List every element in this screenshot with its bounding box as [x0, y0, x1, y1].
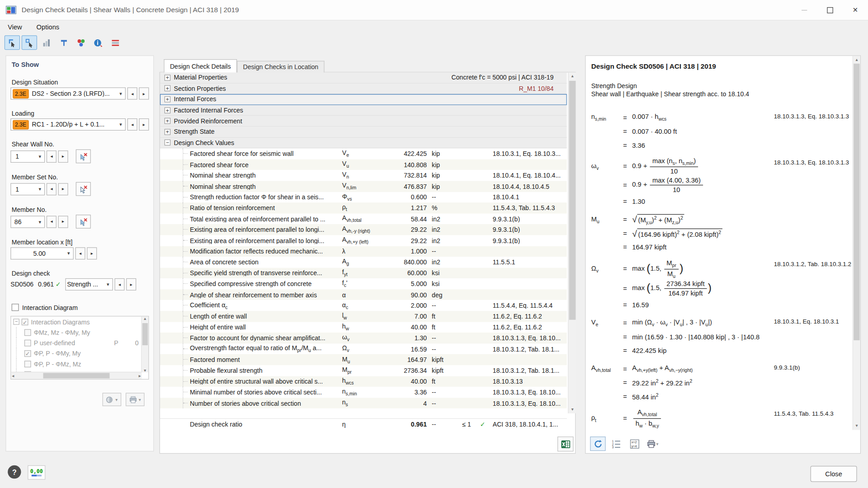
filter-button[interactable] — [56, 35, 71, 50]
collapse-icon[interactable]: − — [165, 140, 170, 145]
scroll-up-icon[interactable]: ▲ — [853, 56, 860, 64]
value-row-nominal-shear-strength[interactable]: Nominal shear strengthVn,lim476.837kip18… — [160, 181, 567, 192]
expand-icon[interactable]: + — [165, 96, 170, 102]
value-row-height-of-entire-structural-wall-above-c[interactable]: Height of entire structural wall above c… — [160, 376, 567, 387]
value-row-strength-reduction-factor-for-shear-in-a[interactable]: Strength reduction factor Φ for shear in… — [160, 192, 567, 202]
section-stripes-button[interactable] — [108, 35, 123, 50]
value-row-specified-compressive-strength-of-concre[interactable]: Specified compressive strength of concre… — [160, 278, 567, 289]
loading-next-button[interactable]: ► — [139, 118, 149, 131]
result-info-button[interactable] — [90, 35, 106, 50]
menu-view[interactable]: View — [7, 22, 23, 32]
chart-bars-button[interactable] — [39, 35, 54, 50]
value-row-angle-of-shear-reinforcement-to-member-a[interactable]: Angle of shear reinforcement to member a… — [160, 289, 567, 300]
scroll-down-icon[interactable]: ▼ — [569, 406, 576, 413]
tree-checkbox[interactable] — [24, 339, 31, 346]
value-row-modification-factor-reflects-reduced-mec[interactable]: Modification factor reflects reduced mec… — [160, 246, 567, 257]
member-no-select[interactable]: 86 ▾ — [10, 216, 45, 228]
close-window-button[interactable]: ✕ — [843, 0, 868, 20]
print-button[interactable]: ▾ — [126, 393, 145, 406]
formula-vertical-scrollbar[interactable]: ▲ ▼ — [853, 56, 860, 430]
value-row-overstrength-factor-equal-to-ratio-of-mp[interactable]: Overstrength factor equal to ratio of Mp… — [160, 343, 567, 354]
tree-checkbox[interactable] — [24, 361, 31, 367]
member-set-next-button[interactable]: ► — [58, 183, 68, 195]
tab-design-check-details[interactable]: Design Check Details — [164, 59, 237, 72]
collapse-icon[interactable]: − — [13, 319, 19, 324]
tree-vertical-scrollbar[interactable]: ▲ ▼ — [141, 316, 148, 372]
scroll-down-icon[interactable]: ▼ — [142, 369, 148, 373]
member-set-pick-button[interactable] — [76, 182, 91, 196]
member-location-select[interactable]: 5.00 ▾ — [10, 247, 74, 259]
view-mode-button[interactable]: ▾ — [103, 393, 122, 406]
value-row-total-existing-area-of-reinforcement-par[interactable]: Total existing area of reinforcement par… — [160, 213, 567, 224]
value-row-existing-area-of-reinforcement-parallel-[interactable]: Existing area of reinforcement parallel … — [160, 235, 567, 246]
refresh-button[interactable] — [590, 436, 605, 451]
expand-icon[interactable]: + — [165, 107, 170, 113]
design-check-type-select[interactable]: Strength ... ▾ — [65, 278, 113, 291]
member-next-button[interactable]: ► — [58, 216, 68, 228]
group-row-provided-reinforcement[interactable]: +Provided Reinforcement — [160, 116, 567, 127]
tree-horizontal-scrollbar[interactable]: ◄ ► — [11, 372, 142, 379]
tree-checkbox[interactable]: ✓ — [24, 350, 31, 357]
cursor-select-button[interactable] — [5, 35, 20, 50]
expand-icon[interactable]: + — [165, 118, 170, 124]
design-situation-prev-button[interactable]: ◄ — [127, 87, 137, 99]
member-location-next-button[interactable]: ► — [87, 247, 97, 259]
shear-wall-pick-button[interactable] — [76, 150, 91, 164]
value-row-height-of-entire-wall[interactable]: Height of entire wallhw40.00ft11.6.2, Eq… — [160, 322, 567, 333]
value-row-existing-area-of-reinforcement-parallel-[interactable]: Existing area of reinforcement parallel … — [160, 224, 567, 235]
shear-wall-next-button[interactable]: ► — [58, 150, 68, 162]
tab-design-checks-in-location[interactable]: Design Checks in Location — [237, 61, 325, 73]
value-row-factored-shear-force-for-seismic-wall[interactable]: Factored shear force for seismic wallVe4… — [160, 148, 567, 159]
value-row-minimal-number-of-stories-above-critical[interactable]: Minimal number of stories above critical… — [160, 387, 567, 398]
loading-prev-button[interactable]: ◄ — [127, 118, 137, 131]
menu-options[interactable]: Options — [35, 22, 61, 32]
value-row-factored-shear-force[interactable]: Factored shear forceVu140.808kip — [160, 159, 567, 170]
group-row-internal-forces[interactable]: +Internal Forces — [160, 94, 567, 105]
tree-item-p-p-mz-mz[interactable]: ΦP, P - ΦMz, Mz — [11, 358, 142, 369]
scroll-down-icon[interactable]: ▼ — [853, 422, 860, 430]
scroll-right-icon[interactable]: ► — [138, 374, 142, 378]
design-check-next-button[interactable]: ► — [126, 278, 136, 291]
maximize-button[interactable] — [817, 0, 842, 20]
cursor-link-button[interactable] — [22, 35, 37, 50]
value-row-coefficient-c[interactable]: Coefficient αcαc2.000--11.5.4.4, Eq. 11.… — [160, 300, 567, 311]
expand-icon[interactable]: + — [165, 75, 170, 80]
tree-checkbox[interactable] — [24, 329, 31, 336]
value-row-nominal-shear-strength[interactable]: Nominal shear strengthVn732.814kip18.10.… — [160, 170, 567, 181]
scroll-thumb[interactable] — [569, 81, 576, 320]
loading-select[interactable]: 2.3E RC1 - 1.20D/p + L + 0.1... ▾ — [10, 118, 126, 131]
shear-wall-no-select[interactable]: 1 ▾ — [10, 150, 45, 162]
show-values-button[interactable]: x=2y=4 — [627, 436, 642, 451]
value-row-factored-moment[interactable]: Factored momentMu164.97kipft — [160, 354, 567, 365]
member-set-no-select[interactable]: 1 ▾ — [10, 183, 45, 195]
value-row-length-of-entire-wall[interactable]: Length of entire walllw7.00ft11.6.2, Eq.… — [160, 311, 567, 322]
units-decimal-button[interactable]: 0,00 — [28, 465, 45, 480]
minimize-button[interactable] — [792, 0, 817, 20]
member-pick-button[interactable] — [76, 215, 91, 229]
expand-icon[interactable]: + — [165, 129, 170, 135]
export-excel-button[interactable] — [557, 436, 574, 451]
scroll-thumb[interactable] — [43, 373, 110, 378]
design-check-prev-button[interactable]: ◄ — [114, 278, 124, 291]
color-dots-button[interactable] — [73, 35, 89, 50]
tree-item-interaction-diagrams[interactable]: −✓Interaction Diagrams — [11, 316, 142, 327]
group-row-design-check-values[interactable]: −Design Check Values — [160, 137, 567, 148]
value-row-factor-to-account-for-dynamic-shear-ampl[interactable]: Factor to account for dynamic shear ampl… — [160, 333, 567, 343]
help-button[interactable]: ? — [8, 465, 21, 479]
expand-icon[interactable]: + — [165, 85, 170, 91]
value-row-number-of-stories-above-critical-section[interactable]: Number of stories above critical section… — [160, 398, 567, 408]
member-prev-button[interactable]: ◄ — [47, 216, 57, 228]
design-situation-next-button[interactable]: ► — [139, 87, 149, 99]
interaction-diagram-checkbox[interactable] — [12, 304, 19, 311]
design-situation-select[interactable]: 2.3E DS2 - Section 2.3 (LRFD)... ▾ — [10, 87, 126, 99]
member-location-prev-button[interactable]: ◄ — [75, 247, 85, 259]
tree-item-mz-mz-my-my[interactable]: ΦMz, Mz - ΦMy, My — [11, 327, 142, 338]
value-row-specific-yield-strength-of-transverse-re[interactable]: Specific yield strength of transverse re… — [160, 267, 567, 278]
tree-item-p-user-defined[interactable]: P user-definedP0 — [11, 338, 142, 348]
tree-item-p-p-my-my[interactable]: ✓ΦP, P - ΦMy, My — [11, 348, 142, 358]
scroll-up-icon[interactable]: ▲ — [569, 72, 576, 80]
scroll-thumb[interactable] — [854, 64, 859, 340]
value-row-ratio-of-tension-reinforcement[interactable]: Ratio of tension reinforcementρt1.217%11… — [160, 202, 567, 213]
scroll-thumb[interactable] — [142, 323, 148, 345]
group-row-material-properties[interactable]: +Material PropertiesConcrete f'c = 5000 … — [160, 72, 567, 83]
